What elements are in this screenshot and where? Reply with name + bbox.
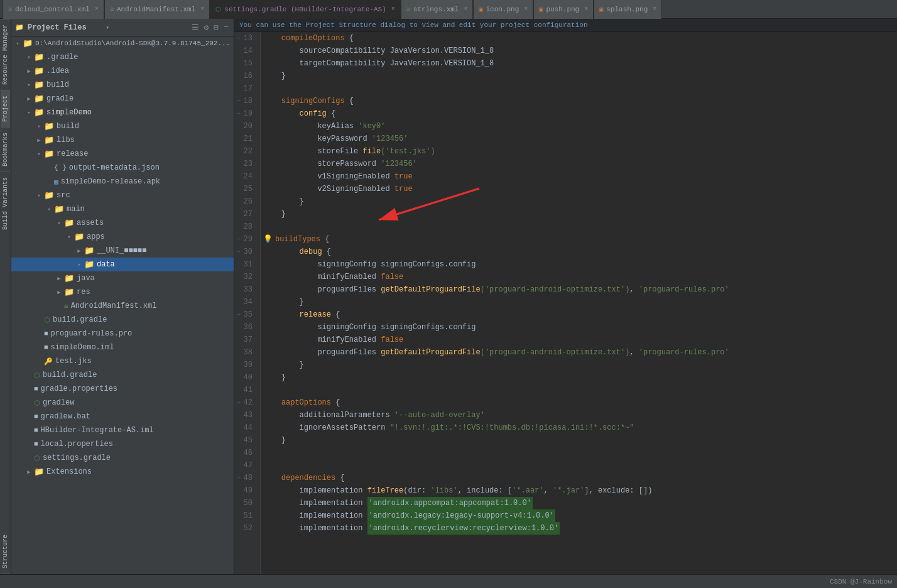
expand-icon: ▾ xyxy=(65,234,73,241)
line-num-14: 14 xyxy=(234,45,256,57)
tree-item-simpledemo[interactable]: ▾ 📁 simpleDemo xyxy=(11,106,234,119)
tree-item-res[interactable]: ▶ 📁 res xyxy=(11,285,234,299)
line-num-45: 45 xyxy=(234,434,256,447)
line-num-39: 39 xyxy=(234,359,256,371)
close-icon[interactable]: × xyxy=(524,6,528,13)
tree-item-main[interactable]: ▾ 📁 main xyxy=(11,202,234,216)
structure-panel-btn[interactable]: Structure xyxy=(1,530,10,574)
tree-item-output-metadata[interactable]: { } output-metadata.json xyxy=(11,161,234,175)
tree-item-gradlew-bat[interactable]: ■ gradlew.bat xyxy=(11,410,234,423)
tree-item-apps[interactable]: ▾ 📁 apps xyxy=(11,230,234,244)
code-line-28 xyxy=(263,220,894,233)
fold-btn[interactable]: − xyxy=(234,308,241,321)
expand-icon: ▾ xyxy=(25,82,33,89)
line-num-37: 37 xyxy=(234,334,256,346)
fold-btn[interactable]: − xyxy=(234,472,241,484)
fold-btn[interactable]: − xyxy=(234,107,241,120)
fold-btn[interactable]: − xyxy=(234,246,241,258)
scope-btn[interactable]: ☰ xyxy=(190,21,200,34)
tree-item-uni[interactable]: ▶ 📁 __UNI_■■■■■ xyxy=(11,244,234,258)
close-icon[interactable]: × xyxy=(584,6,588,13)
jks-icon: 🔑 xyxy=(44,357,53,366)
close-panel-icon[interactable]: − xyxy=(222,21,230,33)
tree-item-settings-gradle[interactable]: ⬡ settings.gradle xyxy=(11,451,234,465)
tab-label: dcloud_control.xml xyxy=(15,6,90,13)
main-area: Resource Manager Project Bookmarks Build… xyxy=(0,19,897,574)
tree-item-simpledemo-build[interactable]: ▾ 📁 build xyxy=(11,119,234,133)
tab-strings[interactable]: ≋ strings.xml × xyxy=(401,0,474,19)
settings-icon[interactable]: ⚙ xyxy=(203,21,210,34)
tree-item-label: gradlew.bat xyxy=(41,412,90,421)
fold-btn[interactable]: − xyxy=(234,32,241,45)
expand-icon: ▾ xyxy=(55,220,63,227)
code-line-18: signingConfigs { xyxy=(263,95,894,107)
folder-icon: 📁 xyxy=(44,190,54,200)
tree-item-src[interactable]: ▾ 📁 src xyxy=(11,188,234,202)
info-bar: You can use the Project Structure dialog… xyxy=(234,19,897,32)
close-icon[interactable]: × xyxy=(653,6,656,13)
tree-item-androidmanifest-file[interactable]: ≋ AndroidManifest.xml xyxy=(11,299,234,313)
line-num-19: −19 xyxy=(234,107,256,120)
tree-item-simpledemo-iml[interactable]: ■ simpleDemo.iml xyxy=(11,340,234,354)
tree-item-hbuilder-iml[interactable]: ■ HBuilder-Integrate-AS.iml xyxy=(11,423,234,437)
code-line-29: 💡buildTypes { xyxy=(263,233,894,246)
tab-settings-gradle[interactable]: ⬡ settings.gradle (HBuilder-Integrate-AS… xyxy=(210,0,400,19)
bookmarks-panel-btn[interactable]: Bookmarks xyxy=(1,127,10,172)
tree-item-gradle-properties[interactable]: ■ gradle.properties xyxy=(11,382,234,396)
dropdown-icon[interactable]: ▾ xyxy=(106,24,109,31)
folder-icon: 📁 xyxy=(44,121,54,131)
tree-item-test-jks[interactable]: 🔑 test.jks xyxy=(11,354,234,368)
code-line-45: } xyxy=(263,434,894,447)
line-num-41: 41 xyxy=(234,384,256,396)
line-num-42: −42 xyxy=(234,396,256,409)
tab-splash[interactable]: ▣ splash.png × xyxy=(594,0,662,19)
tree-item-assets[interactable]: ▾ 📁 assets xyxy=(11,216,234,230)
line-num-28: 28 xyxy=(234,220,256,233)
tree-item-release[interactable]: ▾ 📁 release xyxy=(11,147,234,161)
tree-item-java[interactable]: ▶ 📁 java xyxy=(11,271,234,285)
code-line-27: } xyxy=(263,208,894,220)
project-panel-header: 📁 Project Files ▾ ☰ ⚙ ⊟ − xyxy=(11,19,234,36)
resource-manager-panel-btn[interactable]: Resource Manager xyxy=(1,19,10,90)
tab-push[interactable]: ▣ push.png × xyxy=(533,0,594,19)
tab-icon[interactable]: ▣ icon.png × xyxy=(473,0,533,19)
collapse-all-icon[interactable]: ⊟ xyxy=(212,21,220,34)
tree-item-build-gradle-root[interactable]: ⬡ build.gradle xyxy=(11,368,234,382)
tree-item-gradle[interactable]: ▶ 📁 gradle xyxy=(11,92,234,106)
tree-item-local-properties[interactable]: ■ local.properties xyxy=(11,437,234,451)
code-content: −13 14 15 16 17 −18 −19 20 21 22 23 24 2… xyxy=(234,32,897,574)
close-icon[interactable]: × xyxy=(464,6,467,13)
tab-androidmanifest[interactable]: ≋ AndroidManifest.xml × xyxy=(104,0,210,19)
close-icon[interactable]: × xyxy=(391,6,395,13)
tree-root[interactable]: ▾ 📁 D:\AndroidStudio\Android-SDK@3.7.9.8… xyxy=(11,36,234,50)
code-editor-text[interactable]: compileOptions { sourceCompatibility Jav… xyxy=(261,32,897,574)
json-icon: { } xyxy=(54,164,67,172)
folder-icon: 📁 xyxy=(84,246,94,256)
tree-item-gradlew[interactable]: ⬡ gradlew xyxy=(11,396,234,410)
tree-item-libs[interactable]: ▶ 📁 libs xyxy=(11,133,234,147)
code-line-13: compileOptions { xyxy=(263,32,894,45)
folder-icon: 📁 xyxy=(15,23,24,31)
tree-item-build-gradle-module[interactable]: ⬡ build.gradle xyxy=(11,313,234,327)
code-line-41 xyxy=(263,384,894,396)
fold-btn[interactable]: − xyxy=(234,95,241,107)
fold-btn[interactable]: − xyxy=(234,396,241,409)
tree-item-gradle-hidden[interactable]: ▾ 📁 .gradle xyxy=(11,50,234,64)
tree-item-label: simpleDemo.iml xyxy=(51,343,114,352)
tree-item-proguard[interactable]: ■ proguard-rules.pro xyxy=(11,327,234,340)
line-numbers: −13 14 15 16 17 −18 −19 20 21 22 23 24 2… xyxy=(234,32,261,574)
pro-file-icon: ■ xyxy=(44,330,48,337)
tree-item-extensions[interactable]: ▶ 📁 Extensions xyxy=(11,465,234,479)
fold-btn[interactable]: − xyxy=(234,233,241,246)
tree-item-idea[interactable]: ▶ 📁 .idea xyxy=(11,64,234,78)
tree-item-build-root[interactable]: ▾ 📁 build xyxy=(11,78,234,92)
tree-item-release-apk[interactable]: ▦ simpleDemo-release.apk xyxy=(11,175,234,188)
close-icon[interactable]: × xyxy=(95,6,99,13)
iml-icon: ■ xyxy=(34,427,38,434)
project-panel-btn[interactable]: Project xyxy=(1,90,10,127)
line-num-44: 44 xyxy=(234,422,256,434)
tab-dcloud[interactable]: ≋ dcloud_control.xml × xyxy=(3,0,104,19)
tree-item-data[interactable]: ▾ 📁 data xyxy=(11,258,234,271)
build-variants-panel-btn[interactable]: Build Variants xyxy=(1,172,10,235)
close-icon[interactable]: × xyxy=(200,6,204,13)
